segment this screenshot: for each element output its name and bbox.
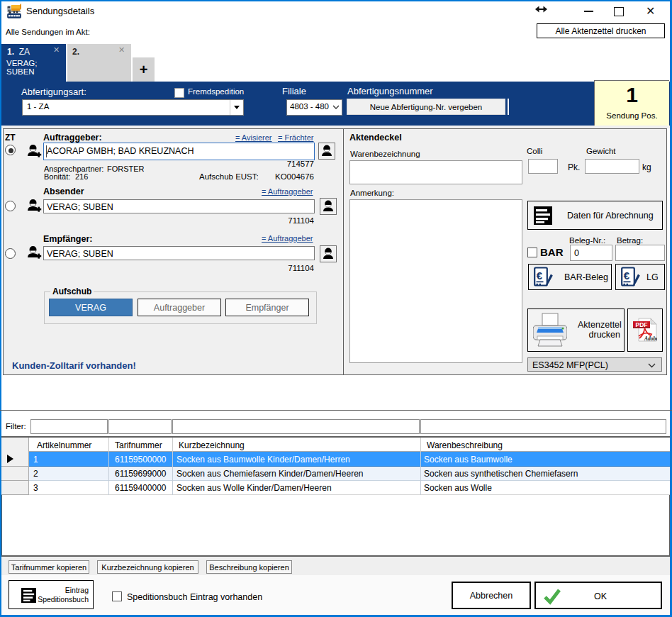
svg-text:Adobe: Adobe xyxy=(644,335,657,342)
svg-text:€: € xyxy=(537,269,543,282)
svg-text:€: € xyxy=(624,269,630,282)
svg-text:PDF: PDF xyxy=(636,321,648,328)
